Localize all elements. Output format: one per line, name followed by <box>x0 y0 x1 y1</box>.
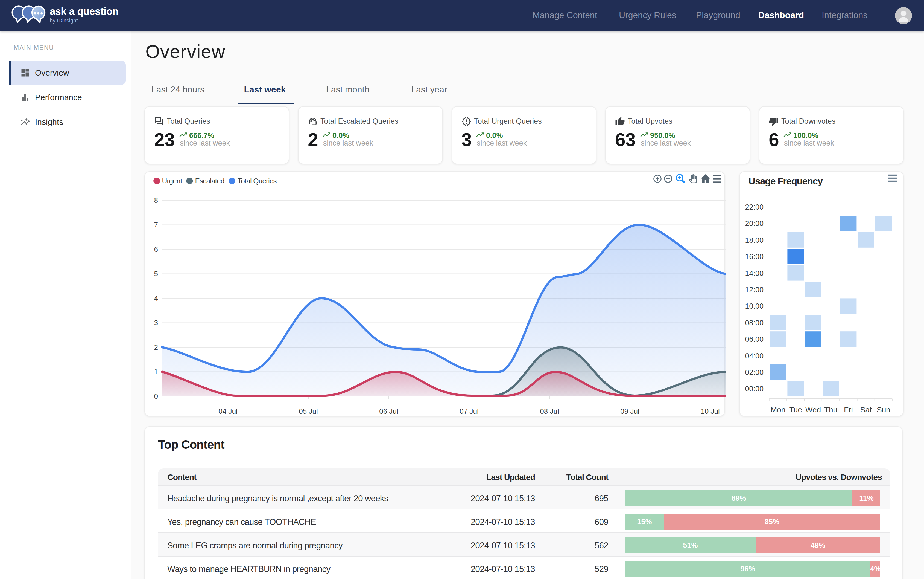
svg-text:18:00: 18:00 <box>745 236 764 244</box>
svg-text:8: 8 <box>154 196 158 204</box>
svg-text:16:00: 16:00 <box>745 253 764 261</box>
svg-text:4: 4 <box>154 294 158 303</box>
svg-text:20:00: 20:00 <box>745 219 764 228</box>
svg-text:04 Jul: 04 Jul <box>218 407 237 415</box>
svg-text:Mon: Mon <box>771 406 785 414</box>
svg-text:Tue: Tue <box>789 406 802 414</box>
svg-text:Sun: Sun <box>877 406 890 414</box>
svg-text:1: 1 <box>154 368 158 376</box>
svg-text:12:00: 12:00 <box>745 286 764 294</box>
svg-text:6: 6 <box>154 245 158 254</box>
svg-text:3: 3 <box>154 319 158 327</box>
svg-text:14:00: 14:00 <box>745 269 764 278</box>
svg-text:04:00: 04:00 <box>745 352 764 360</box>
svg-text:00:00: 00:00 <box>745 385 764 393</box>
svg-text:Thu: Thu <box>824 406 838 414</box>
svg-text:5: 5 <box>154 270 158 278</box>
svg-text:22:00: 22:00 <box>745 203 764 211</box>
svg-text:10:00: 10:00 <box>745 302 764 310</box>
svg-text:0: 0 <box>154 392 158 400</box>
svg-text:06:00: 06:00 <box>745 335 764 343</box>
svg-text:Sat: Sat <box>860 406 872 414</box>
svg-text:07 Jul: 07 Jul <box>460 407 478 415</box>
svg-text:Fri: Fri <box>844 406 853 414</box>
svg-text:08:00: 08:00 <box>745 319 764 327</box>
svg-text:06 Jul: 06 Jul <box>379 407 398 415</box>
svg-text:08 Jul: 08 Jul <box>540 407 559 415</box>
svg-text:02:00: 02:00 <box>745 368 764 376</box>
svg-text:10 Jul: 10 Jul <box>701 407 720 415</box>
svg-text:Urgent: Urgent <box>162 177 183 185</box>
svg-text:2: 2 <box>154 343 158 351</box>
svg-text:Total Queries: Total Queries <box>238 177 277 185</box>
svg-text:7: 7 <box>154 221 158 229</box>
svg-text:05 Jul: 05 Jul <box>299 407 318 415</box>
svg-text:Wed: Wed <box>805 406 821 414</box>
svg-text:Escalated: Escalated <box>195 177 225 185</box>
svg-text:09 Jul: 09 Jul <box>620 407 639 415</box>
